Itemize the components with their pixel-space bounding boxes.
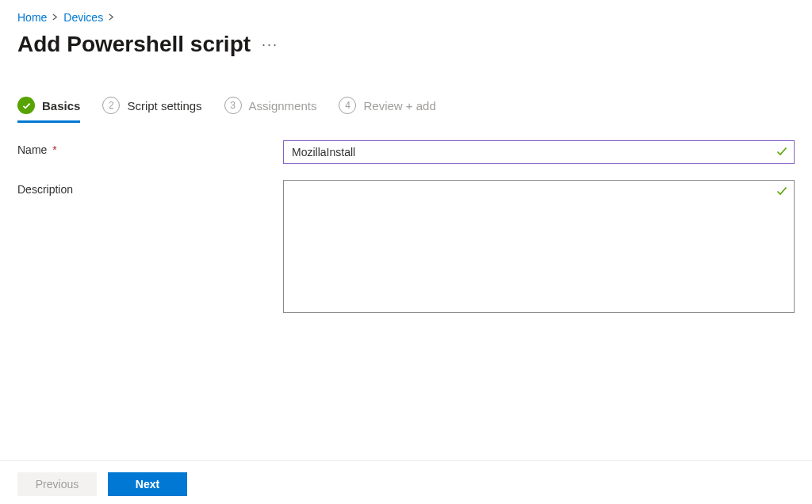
tab-assignments: 3 Assignments [224, 97, 317, 123]
tab-basics[interactable]: Basics [17, 97, 80, 123]
form-row-description: Description [17, 180, 795, 315]
title-row: Add Powershell script ··· [17, 32, 795, 57]
step-number-icon: 2 [102, 97, 120, 114]
required-indicator: * [52, 143, 56, 156]
breadcrumb-devices[interactable]: Devices [63, 11, 103, 24]
previous-button[interactable]: Previous [17, 472, 97, 496]
wizard-footer: Previous Next [0, 460, 812, 504]
step-number-icon: 4 [339, 97, 356, 114]
description-label: Description [17, 180, 283, 196]
chevron-right-icon [52, 12, 59, 23]
next-button[interactable]: Next [108, 472, 187, 496]
name-label: Name * [17, 140, 283, 156]
wizard-tabs: Basics 2 Script settings 3 Assignments 4… [17, 97, 795, 123]
label-text: Name [17, 143, 47, 156]
tab-label: Script settings [127, 99, 201, 113]
name-input[interactable] [283, 140, 795, 164]
tab-label: Basics [42, 99, 80, 113]
step-number-icon: 3 [224, 97, 242, 114]
tab-label: Review + add [363, 99, 435, 113]
tab-review-add: 4 Review + add [339, 97, 435, 123]
check-icon [17, 97, 35, 114]
description-textarea[interactable] [283, 180, 795, 313]
tab-label: Assignments [249, 99, 317, 113]
form-row-name: Name * [17, 140, 795, 164]
breadcrumb-home[interactable]: Home [17, 11, 47, 24]
chevron-right-icon [108, 12, 115, 23]
page-title: Add Powershell script [17, 32, 251, 57]
tab-script-settings[interactable]: 2 Script settings [102, 97, 201, 123]
breadcrumb: Home Devices [17, 11, 795, 24]
more-button[interactable]: ··· [262, 37, 278, 52]
